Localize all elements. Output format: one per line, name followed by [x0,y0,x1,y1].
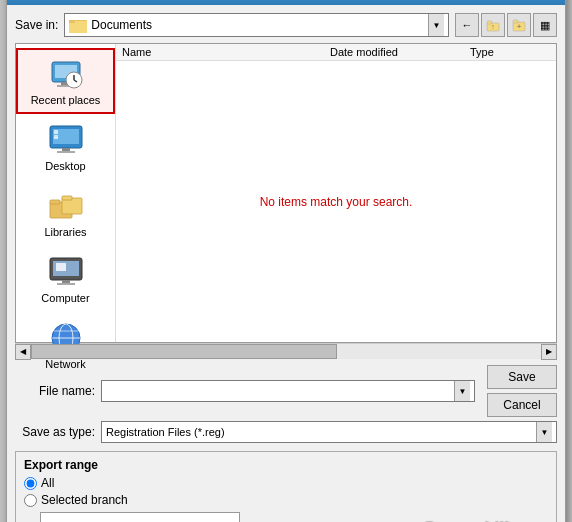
svg-rect-33 [56,263,66,271]
save-in-label: Save in: [15,18,58,32]
svg-rect-26 [50,200,60,204]
recent-places-icon [48,56,84,92]
desktop-icon [48,122,84,158]
radio-selected-branch[interactable] [24,494,37,507]
export-range-title: Export range [24,458,548,472]
save-as-type-arrow[interactable]: ▼ [536,422,552,442]
up-folder-icon: ↑ [486,18,500,32]
col-type-header[interactable]: Type [470,46,550,58]
file-list-body: No items match your search. [116,61,556,342]
col-name-header[interactable]: Name [122,46,330,58]
save-in-arrow[interactable]: ▼ [428,14,444,36]
file-name-arrow[interactable]: ▼ [454,381,470,401]
dialog-body: Save in: Documents ▼ ← ↑ [7,5,565,522]
horizontal-scrollbar[interactable]: ◀ ▶ [15,343,557,359]
save-as-type-row: Save as type: Registration Files (*.reg)… [15,421,557,443]
svg-text:↑: ↑ [491,23,495,30]
bottom-fields: File name: ▼ Save Cancel Save as type: R… [15,365,557,443]
nav-item-libraries[interactable]: Libraries [16,180,115,246]
svg-text:+: + [517,22,522,31]
scroll-left-arrow[interactable]: ◀ [15,344,31,360]
radio-selected-row: Selected branch [24,493,548,507]
svg-rect-32 [57,283,75,285]
export-range-group: Export range All Selected branch [15,451,557,522]
file-list-header: Name Date modified Type [116,44,556,61]
svg-rect-23 [62,148,70,151]
save-as-type-label: Save as type: [15,425,95,439]
libraries-icon [48,188,84,224]
svg-rect-5 [69,20,75,23]
radio-all-label[interactable]: All [41,476,54,490]
action-buttons: Save Cancel [487,365,557,417]
svg-rect-31 [62,280,70,283]
nav-item-libraries-label: Libraries [44,226,86,238]
svg-rect-24 [57,151,75,153]
content-area: Recent places Desktop [15,43,557,343]
new-folder-button[interactable]: + [507,13,531,37]
nav-item-desktop-label: Desktop [45,160,85,172]
save-in-row: Save in: Documents ▼ ← ↑ [15,13,557,37]
scroll-right-arrow[interactable]: ▶ [541,344,557,360]
scroll-thumb[interactable] [31,344,337,359]
col-date-header[interactable]: Date modified [330,46,470,58]
nav-item-recent-places[interactable]: Recent places [16,48,115,114]
svg-rect-28 [62,196,72,200]
computer-icon [48,254,84,290]
save-in-combo[interactable]: Documents ▼ [64,13,449,37]
save-in-value: Documents [91,18,424,32]
nav-item-computer-label: Computer [41,292,89,304]
svg-rect-21 [54,130,58,134]
left-nav: Recent places Desktop [16,44,116,342]
export-registry-dialog: ⚙ Export Registry File ✕ Save in: Docume… [6,0,566,522]
nav-item-desktop[interactable]: Desktop [16,114,115,180]
svg-rect-22 [54,135,58,139]
save-button[interactable]: Save [487,365,557,389]
empty-message: No items match your search. [260,195,413,209]
view-button[interactable]: ▦ [533,13,557,37]
nav-item-computer[interactable]: Computer [16,246,115,312]
file-name-row: File name: ▼ Save Cancel [15,365,557,417]
radio-all[interactable] [24,477,37,490]
new-folder-icon: + [512,18,526,32]
up-button[interactable]: ↑ [481,13,505,37]
scroll-track[interactable] [31,344,541,359]
save-as-type-combo[interactable]: Registration Files (*.reg) ▼ [101,421,557,443]
file-name-label: File name: [15,384,95,398]
cancel-button[interactable]: Cancel [487,393,557,417]
branch-input[interactable] [40,512,240,522]
file-list: Name Date modified Type No items match y… [116,44,556,342]
save-as-type-value: Registration Files (*.reg) [106,426,536,438]
toolbar-buttons: ← ↑ + ▦ [455,13,557,37]
file-name-combo[interactable]: ▼ [101,380,475,402]
nav-item-recent-places-label: Recent places [31,94,101,106]
folder-icon [69,17,87,33]
radio-all-row: All [24,476,548,490]
back-button[interactable]: ← [455,13,479,37]
radio-selected-label[interactable]: Selected branch [41,493,128,507]
